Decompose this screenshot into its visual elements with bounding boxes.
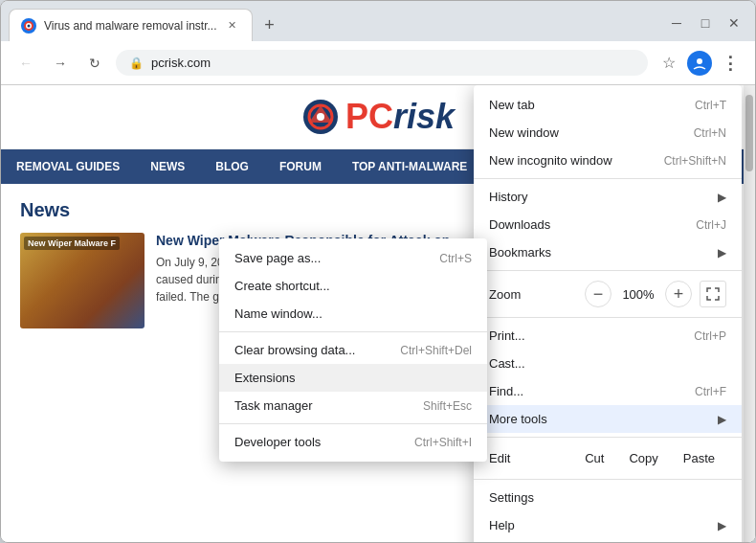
submenu-developer-tools-label: Developer tools	[234, 435, 321, 449]
menu-incognito-shortcut: Ctrl+Shift+N	[664, 154, 726, 168]
menu-history-label: History	[489, 190, 527, 204]
menu-incognito-label: New incognito window	[489, 153, 612, 168]
menu-downloads[interactable]: Downloads Ctrl+J	[474, 211, 742, 238]
lock-icon: 🔒	[129, 57, 144, 70]
menu-bookmarks-arrow: ▶	[718, 246, 726, 260]
menu-print-shortcut: Ctrl+P	[694, 329, 726, 343]
svg-point-7	[317, 113, 324, 121]
zoom-control: Zoom − 100% +	[474, 275, 742, 313]
menu-downloads-label: Downloads	[489, 217, 550, 232]
zoom-minus-button[interactable]: −	[585, 281, 611, 307]
menu-divider-3	[474, 317, 742, 318]
nav-news[interactable]: NEWS	[135, 149, 200, 184]
menu-find-shortcut: Ctrl+F	[695, 385, 726, 398]
tab-close-button[interactable]: ✕	[225, 18, 240, 34]
tab-favicon	[21, 18, 36, 34]
menu-divider-2	[474, 270, 742, 271]
profile-avatar	[687, 51, 712, 76]
submenu-name-window[interactable]: Name window...	[219, 300, 487, 328]
menu-more-tools-label: More tools	[489, 412, 547, 426]
menu-settings[interactable]: Settings	[474, 484, 742, 511]
submenu-extensions-label: Extensions	[234, 371, 296, 385]
nav-top-anti-malware[interactable]: TOP ANTI-MALWARE	[337, 149, 482, 184]
browser-window: Virus and malware removal instr... ✕ + ─…	[0, 0, 756, 543]
menu-incognito[interactable]: New incognito window Ctrl+Shift+N	[474, 147, 742, 174]
paste-button[interactable]: Paste	[672, 447, 726, 469]
url-text: pcrisk.com	[151, 56, 211, 70]
submenu-create-shortcut-label: Create shortcut...	[234, 279, 330, 293]
zoom-controls: − 100% +	[585, 281, 726, 307]
fullscreen-button[interactable]	[700, 281, 726, 307]
menu-bookmarks[interactable]: Bookmarks ▶	[474, 238, 742, 266]
submenu-extensions[interactable]: Extensions	[219, 364, 487, 392]
menu-divider-1	[474, 178, 742, 179]
submenu-save-page-label: Save page as...	[234, 251, 321, 265]
menu-settings-label: Settings	[489, 490, 534, 505]
minimize-button[interactable]: ─	[663, 10, 690, 36]
copy-button[interactable]: Copy	[617, 447, 669, 469]
star-icon[interactable]: ☆	[656, 50, 682, 77]
submenu-developer-tools[interactable]: Developer tools Ctrl+Shift+I	[219, 428, 487, 456]
menu-find[interactable]: Find... Ctrl+F	[474, 377, 742, 405]
submenu-clear-browsing-shortcut: Ctrl+Shift+Del	[400, 344, 472, 357]
submenu-save-page-shortcut: Ctrl+S	[439, 252, 472, 265]
menu-new-window-label: New window	[489, 125, 559, 140]
maximize-button[interactable]: □	[692, 10, 719, 36]
nav-removal-guides[interactable]: REMOVAL GUIDES	[1, 149, 135, 184]
menu-divider-4	[474, 437, 742, 438]
menu-history[interactable]: History ▶	[474, 183, 742, 211]
active-tab[interactable]: Virus and malware removal instr... ✕	[9, 9, 253, 41]
menu-more-tools-arrow: ▶	[718, 413, 726, 426]
chrome-menu-button[interactable]: ⋮	[717, 50, 744, 77]
menu-more-tools[interactable]: More tools ▶	[474, 405, 742, 433]
menu-new-tab-shortcut: Ctrl+T	[695, 99, 726, 112]
submenu-divider	[219, 331, 487, 332]
menu-print-label: Print...	[489, 328, 525, 343]
submenu-task-manager[interactable]: Task manager Shift+Esc	[219, 392, 487, 419]
forward-button[interactable]: →	[47, 50, 74, 77]
reload-button[interactable]: ↻	[81, 50, 108, 77]
submenu-create-shortcut[interactable]: Create shortcut...	[219, 272, 487, 300]
menu-new-window-shortcut: Ctrl+N	[694, 126, 726, 140]
edit-row: Edit Cut Copy Paste	[474, 441, 742, 475]
svg-point-2	[28, 24, 31, 27]
scrollbar-thumb[interactable]	[745, 95, 753, 171]
submenu-developer-tools-shortcut: Ctrl+Shift+I	[414, 436, 472, 449]
cut-button[interactable]: Cut	[573, 447, 615, 469]
profile-button[interactable]	[686, 50, 713, 77]
nav-forum[interactable]: FORUM	[264, 149, 337, 184]
tab-bar: Virus and malware removal instr... ✕ + ─…	[1, 1, 755, 41]
new-tab-button[interactable]: +	[256, 11, 283, 38]
address-bar: ← → ↻ 🔒 pcrisk.com ☆ ⋮	[1, 41, 755, 85]
tab-title: Virus and malware removal instr...	[44, 19, 217, 33]
page-content: PCrisk REMOVAL GUIDES NEWS BLOG FORUM TO…	[1, 85, 755, 542]
submenu-clear-browsing[interactable]: Clear browsing data... Ctrl+Shift+Del	[219, 336, 487, 364]
site-logo-text: PCrisk	[345, 97, 455, 137]
edit-buttons: Cut Copy Paste	[573, 447, 726, 469]
close-button[interactable]: ✕	[721, 10, 747, 36]
edit-label: Edit	[489, 451, 573, 465]
chrome-main-menu: New tab Ctrl+T New window Ctrl+N New inc…	[474, 85, 742, 542]
logo-container: PCrisk	[301, 97, 455, 137]
submenu-save-page[interactable]: Save page as... Ctrl+S	[219, 244, 487, 272]
submenu-task-manager-label: Task manager	[234, 398, 313, 413]
back-button[interactable]: ←	[12, 50, 39, 77]
menu-help[interactable]: Help ▶	[474, 511, 742, 539]
zoom-plus-button[interactable]: +	[665, 281, 692, 307]
menu-cast[interactable]: Cast...	[474, 350, 742, 377]
address-input-container[interactable]: 🔒 pcrisk.com	[116, 50, 648, 76]
menu-print[interactable]: Print... Ctrl+P	[474, 322, 742, 350]
nav-blog[interactable]: BLOG	[200, 149, 264, 184]
scrollbar[interactable]	[744, 85, 755, 542]
menu-divider-5	[474, 479, 742, 480]
submenu-name-window-label: Name window...	[234, 306, 322, 321]
menu-find-label: Find...	[489, 384, 523, 398]
article-image: New Wiper Malware F	[20, 233, 145, 328]
menu-help-label: Help	[489, 518, 515, 532]
toolbar-icons: ☆ ⋮	[656, 50, 744, 77]
pc-logo-icon	[301, 98, 340, 136]
menu-bookmarks-label: Bookmarks	[489, 245, 551, 260]
menu-new-tab[interactable]: New tab Ctrl+T	[474, 91, 742, 119]
menu-new-window[interactable]: New window Ctrl+N	[474, 119, 742, 147]
menu-history-arrow: ▶	[718, 191, 726, 204]
